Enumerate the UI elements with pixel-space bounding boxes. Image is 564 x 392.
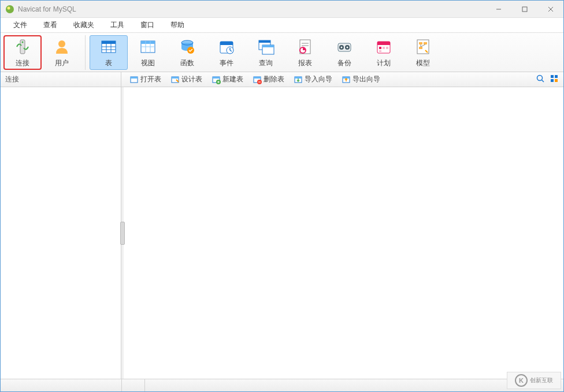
content-area xyxy=(1,87,563,379)
svg-rect-31 xyxy=(262,45,274,47)
toolbar-connection[interactable]: 连接 xyxy=(3,35,42,70)
svg-rect-54 xyxy=(131,77,138,79)
menu-file[interactable]: 文件 xyxy=(5,18,35,32)
svg-rect-58 xyxy=(213,77,220,79)
svg-rect-63 xyxy=(254,77,261,79)
sub-toolbar-right: 打开表 设计表 新建表 删除表 导入向导 导出向导 xyxy=(121,72,563,87)
statusbar xyxy=(1,379,563,391)
svg-rect-50 xyxy=(419,47,422,49)
function-icon xyxy=(178,38,196,56)
svg-point-1 xyxy=(8,6,10,9)
menu-help[interactable]: 帮助 xyxy=(162,18,192,32)
sub-toolbar: 连接 打开表 设计表 新建表 删除表 导入向导 导出向导 xyxy=(1,72,563,87)
svg-rect-74 xyxy=(551,79,554,82)
toolbar-connection-label: 连接 xyxy=(16,58,29,68)
toolbar-backup[interactable]: 备份 xyxy=(325,35,363,70)
backup-icon xyxy=(335,38,354,56)
export-wizard-icon xyxy=(342,75,351,84)
open-table-button[interactable]: 打开表 xyxy=(126,73,165,85)
design-table-button[interactable]: 设计表 xyxy=(167,73,206,85)
main-toolbar: 连接 用户 表 视图 函数 事件 xyxy=(1,33,563,72)
svg-rect-10 xyxy=(102,41,116,44)
import-wizard-button[interactable]: 导入向导 xyxy=(290,73,336,85)
svg-rect-46 xyxy=(379,50,381,52)
toolbar-query[interactable]: 查询 xyxy=(247,35,285,70)
svg-point-40 xyxy=(347,46,348,48)
toolbar-table[interactable]: 表 xyxy=(90,35,128,70)
svg-line-71 xyxy=(542,80,544,83)
svg-rect-42 xyxy=(377,42,390,45)
svg-point-8 xyxy=(58,40,65,47)
app-title: Navicat for MySQL xyxy=(18,5,76,13)
splitter[interactable] xyxy=(121,87,124,379)
svg-rect-56 xyxy=(172,77,179,79)
export-wizard-button[interactable]: 导出向导 xyxy=(338,73,384,85)
table-icon xyxy=(99,38,118,56)
app-icon xyxy=(5,5,14,14)
open-table-icon xyxy=(129,75,139,84)
toolbar-schedule-label: 计划 xyxy=(377,58,391,68)
toolbar-model[interactable]: 模型 xyxy=(404,35,442,70)
svg-rect-16 xyxy=(141,41,155,44)
grid-view-icon[interactable] xyxy=(550,74,559,85)
watermark: K 创新互联 xyxy=(507,372,561,389)
object-list-panel[interactable] xyxy=(124,87,563,379)
view-icon xyxy=(139,38,157,56)
menu-view[interactable]: 查看 xyxy=(35,18,65,32)
svg-rect-72 xyxy=(551,75,554,78)
schedule-icon xyxy=(374,38,393,56)
svg-rect-73 xyxy=(555,75,558,78)
status-cell-1 xyxy=(1,379,122,391)
toolbar-schedule[interactable]: 计划 xyxy=(365,35,403,70)
minimize-button[interactable] xyxy=(485,1,511,18)
svg-rect-43 xyxy=(379,47,381,49)
svg-rect-29 xyxy=(259,40,270,43)
menu-tools[interactable]: 工具 xyxy=(102,18,132,32)
toolbar-function-label: 函数 xyxy=(180,58,194,68)
svg-rect-44 xyxy=(383,47,385,49)
delete-table-button[interactable]: 删除表 xyxy=(249,73,288,85)
svg-point-70 xyxy=(537,76,543,81)
toolbar-event[interactable]: 事件 xyxy=(207,35,246,70)
maximize-button[interactable] xyxy=(511,1,537,18)
titlebar: Navicat for MySQL xyxy=(1,1,563,18)
toolbar-function[interactable]: 函数 xyxy=(168,35,206,70)
watermark-text: 创新互联 xyxy=(530,376,553,384)
user-icon xyxy=(53,38,71,56)
close-button[interactable] xyxy=(537,1,563,18)
splitter-handle[interactable] xyxy=(120,222,125,245)
svg-rect-24 xyxy=(220,42,233,45)
toolbar-user-label: 用户 xyxy=(55,58,69,68)
svg-rect-75 xyxy=(555,79,558,82)
design-table-icon xyxy=(170,75,180,84)
search-icon[interactable] xyxy=(536,74,545,85)
svg-rect-45 xyxy=(386,47,388,49)
menu-favorites[interactable]: 收藏夹 xyxy=(65,18,102,32)
window-controls xyxy=(485,1,563,18)
report-icon xyxy=(296,38,314,56)
svg-point-0 xyxy=(6,5,14,13)
toolbar-table-label: 表 xyxy=(105,58,112,68)
menu-window[interactable]: 窗口 xyxy=(132,18,162,32)
toolbar-report-label: 报表 xyxy=(298,58,312,68)
toolbar-event-label: 事件 xyxy=(220,58,233,68)
toolbar-model-label: 模型 xyxy=(416,58,430,68)
app-window: Navicat for MySQL 文件 查看 收藏夹 工具 窗口 帮助 连接 … xyxy=(0,0,564,392)
new-table-icon xyxy=(212,75,221,84)
model-icon xyxy=(414,38,432,56)
watermark-logo-icon: K xyxy=(515,374,528,387)
connection-tree-panel[interactable] xyxy=(1,87,121,379)
new-table-button[interactable]: 新建表 xyxy=(208,73,247,85)
event-icon xyxy=(217,38,236,56)
toolbar-user[interactable]: 用户 xyxy=(43,35,81,70)
svg-point-39 xyxy=(341,46,343,48)
sub-toolbar-left-label: 连接 xyxy=(1,72,121,87)
toolbar-view[interactable]: 视图 xyxy=(129,35,167,70)
import-wizard-icon xyxy=(294,75,303,84)
svg-rect-67 xyxy=(295,77,302,79)
menubar: 文件 查看 收藏夹 工具 窗口 帮助 xyxy=(1,18,563,33)
toolbar-divider xyxy=(85,35,86,70)
toolbar-query-label: 查询 xyxy=(259,58,273,68)
status-cell-2 xyxy=(122,379,145,391)
toolbar-report[interactable]: 报表 xyxy=(286,35,324,70)
